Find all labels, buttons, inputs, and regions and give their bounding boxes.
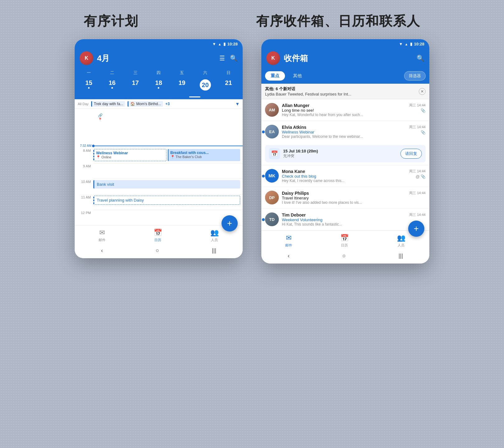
email-meta-allan: 周三 14:44 📎 <box>409 103 426 113</box>
calendar-icon: 📅 <box>154 229 162 237</box>
status-bar-left: ▼ ▲ ▮ 10:28 <box>75 39 243 49</box>
time-label-9am: 9 AM <box>75 163 93 168</box>
date-19[interactable]: 19 <box>170 79 194 93</box>
back-icon-right[interactable]: ‹ <box>288 253 290 259</box>
search-icon[interactable]: 🔍 <box>230 54 238 62</box>
email-subject-allan: Long time no see! <box>282 108 406 113</box>
allday-expand-icon[interactable]: ▼ <box>235 101 240 106</box>
time-label-6am: 6 AM <box>75 109 93 114</box>
email-item-tim[interactable]: TD Tim Deboer Weekend Volunteering Hi Ka… <box>261 209 429 231</box>
add-event-fab[interactable]: + <box>222 215 238 231</box>
list-view-icon[interactable]: ☰ <box>219 54 225 62</box>
time-left: 10:28 <box>227 42 238 46</box>
time-label-12pm: 12 PM <box>75 210 93 215</box>
left-phone: ▼ ▲ ▮ 10:28 K 4月 ☰ 🔍 一 二 三 四 五 六 日 <box>75 39 243 258</box>
avatar-daisy: DP <box>265 191 279 204</box>
allday-more[interactable]: +3 <box>166 102 170 106</box>
email-time-tim: 周三 14:44 <box>409 212 426 217</box>
people-icon-right: 👥 <box>397 234 405 242</box>
email-name-allan: Allan Munger <box>282 103 406 108</box>
email-subject-mona: Check out this blog <box>282 174 406 179</box>
email-icons-elvia: 📎 <box>421 130 426 135</box>
email-preview-tim: Hi Kat, This sounds like a fantastic... <box>282 222 406 226</box>
event-wellness-webinar[interactable]: Wellness Webinar 📍 Online <box>93 149 166 161</box>
people-icon: 👥 <box>210 229 219 237</box>
right-title: 有序收件箱、日历和联系人 <box>256 12 420 30</box>
date-20-selected[interactable]: 20 <box>194 79 217 93</box>
email-item-elvia[interactable]: EA Elvia Atkins Wellness Webinar Dear pa… <box>261 121 429 165</box>
email-content-allan: Allan Munger Long time no see! Hey Kat, … <box>282 103 406 117</box>
event-yoga[interactable]: 🔗 Fit Together: Virtual Yoga Session 📍 O… <box>95 111 239 124</box>
status-bar-right: ▼ ▲ ▮ 10:28 <box>261 39 429 49</box>
email-meta-mona: 周三 14:44 @ 📎 <box>409 169 426 179</box>
recents-icon[interactable]: ||| <box>212 247 216 254</box>
allday-label: All Day <box>78 102 89 106</box>
nav-people-label: 人员 <box>211 238 218 242</box>
nav-calendar-right[interactable]: 📅 日历 <box>340 234 349 248</box>
home-icon-right[interactable]: ○ <box>343 253 346 259</box>
filter-button[interactable]: 筛选器 <box>404 71 426 81</box>
time-row-9am: 9 AM <box>75 163 243 179</box>
allday-row: All Day Trek day with fa... 🏠 Mom's Birt… <box>75 99 243 109</box>
weekday-sat: 六 <box>194 70 217 76</box>
date-18[interactable]: 18 <box>147 79 170 93</box>
date-21[interactable]: 21 <box>217 79 240 93</box>
nav-mail-left[interactable]: ✉ 邮件 <box>99 229 105 242</box>
notification-banner: 其他: 6 个新对话 Lydia Bauer Tweeted, Festival… <box>261 84 429 99</box>
header-icons: ☰ 🔍 <box>219 54 238 62</box>
nav-calendar-label: 日历 <box>154 238 161 242</box>
back-icon[interactable]: ‹ <box>101 247 103 254</box>
at-icon-mona: @ <box>416 174 420 179</box>
inbox-header: K 收件箱 🔍 <box>261 49 429 69</box>
cal-reply-conflict: 无冲突 <box>283 153 397 159</box>
event-bank-visit[interactable]: Bank visit <box>93 180 240 189</box>
email-name-daisy: Daisy Philips <box>282 191 406 196</box>
nav-people-left[interactable]: 👥 人员 <box>210 229 219 242</box>
avatar[interactable]: K <box>80 51 93 65</box>
time-right: 10:28 <box>414 42 424 46</box>
weekday-tue: 二 <box>100 70 124 76</box>
month-title: 4月 <box>97 53 219 64</box>
email-time-allan: 周三 14:44 <box>409 103 426 108</box>
email-meta-daisy: 周三 14:44 <box>409 191 426 195</box>
email-content-daisy: Daisy Philips Travel Itinerary I love it… <box>282 191 406 205</box>
date-15[interactable]: 15 <box>77 79 100 93</box>
email-item-allan[interactable]: AM Allan Munger Long time no see! Hey Ka… <box>261 99 429 121</box>
allday-event-mom[interactable]: 🏠 Mom's Birthd... <box>128 101 163 107</box>
tab-other[interactable]: 其他 <box>287 71 307 81</box>
email-item-daisy[interactable]: DP Daisy Philips Travel Itinerary I love… <box>261 187 429 209</box>
email-preview-daisy: I love it! I've also added two more plac… <box>282 200 406 205</box>
notif-title: 其他: 6 个新对话 <box>265 86 351 92</box>
event-breakfast[interactable]: Breakfast with cous... 📍 The Baker's Clu… <box>168 149 240 161</box>
nav-people-right[interactable]: 👥 人员 <box>397 234 405 248</box>
email-meta-elvia: 周三 14:44 📎 <box>409 125 426 135</box>
nav-mail-right[interactable]: ✉ 邮件 <box>285 234 292 248</box>
search-icon-right[interactable]: 🔍 <box>417 54 424 62</box>
weekdays-row: 一 二 三 四 五 六 日 <box>75 69 243 77</box>
reply-button[interactable]: 请回复 <box>400 149 422 159</box>
notif-close-button[interactable]: ✕ <box>419 88 426 95</box>
email-preview-mona: Hey Kat, I recently came across this... <box>282 179 406 183</box>
compose-fab[interactable]: + <box>408 221 424 237</box>
cal-card-icon: 📅 <box>269 148 280 159</box>
cal-reply-date: 15 Jul 16:10 (20m) <box>283 149 397 153</box>
email-name-elvia: Elvia Atkins <box>282 125 406 130</box>
unread-dot-mona <box>262 175 265 177</box>
nav-calendar-left[interactable]: 📅 日历 <box>154 229 162 242</box>
time-label-8am: 8 AM <box>75 147 93 152</box>
email-time-mona: 周三 14:44 <box>409 169 426 174</box>
android-nav-left: ‹ ○ ||| <box>75 244 243 258</box>
weekday-mon: 一 <box>77 70 100 76</box>
android-nav-right: ‹ ○ ||| <box>261 250 429 264</box>
email-item-mona[interactable]: MK Mona Kane Check out this blog Hey Kat… <box>261 165 429 187</box>
recents-icon-right[interactable]: ||| <box>399 253 403 259</box>
avatar-elvia: EA <box>265 125 279 138</box>
date-16[interactable]: 16 <box>100 79 124 93</box>
date-17[interactable]: 17 <box>124 79 147 93</box>
event-travel-planning[interactable]: Travel planning with Daisy <box>93 196 240 205</box>
home-icon[interactable]: ○ <box>156 247 159 254</box>
avatar-right[interactable]: K <box>266 51 280 65</box>
email-name-mona: Mona Kane <box>282 169 406 174</box>
allday-event-trek[interactable]: Trek day with fa... <box>91 101 125 107</box>
tab-focused[interactable]: 重点 <box>265 71 285 81</box>
